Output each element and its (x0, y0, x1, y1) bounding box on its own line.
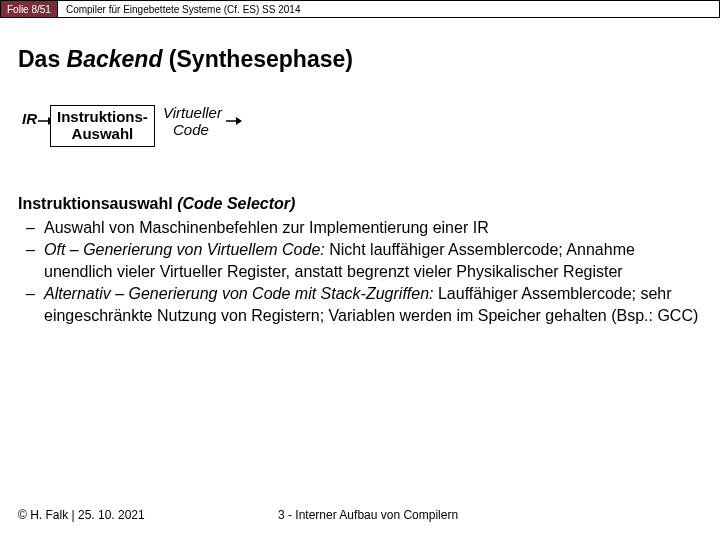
title-suffix: (Synthesephase) (162, 46, 352, 72)
instruction-selection-box: Instruktions- Auswahl (50, 105, 155, 147)
slide-body: Instruktionsauswahl (Code Selector) Ausw… (18, 193, 702, 327)
ir-label: IR (22, 110, 37, 127)
virtual-code-label: Virtueller Code (163, 105, 222, 138)
vcode-line2: Code (163, 122, 222, 139)
page-number: Folie 8/51 (0, 0, 58, 18)
item-text: Auswahl von Maschinenbefehlen zur Implem… (44, 219, 489, 236)
list-item: Alternativ – Generierung von Code mit St… (18, 283, 702, 326)
section-heading: Instruktionsauswahl (Code Selector) (18, 193, 702, 215)
svg-marker-3 (236, 117, 242, 125)
box-line1: Instruktions- (57, 108, 148, 125)
slide-footer: © H. Falk | 25. 10. 2021 3 - Interner Au… (18, 508, 702, 522)
pipeline-diagram: IR Instruktions- Auswahl Virtueller Code (18, 105, 720, 153)
item-em: Alternativ – Generierung von Code mit St… (44, 285, 438, 302)
vcode-line1: Virtueller (163, 105, 222, 122)
course-title: Compiler für Eingebettete Systeme (Cf. E… (58, 0, 720, 18)
footer-left: © H. Falk | 25. 10. 2021 (18, 508, 145, 522)
box-line2: Auswahl (57, 125, 148, 142)
list-item: Oft – Generierung von Virtuellem Code: N… (18, 239, 702, 282)
slide-title: Das Backend (Synthesephase) (18, 46, 720, 73)
list-item: Auswahl von Maschinenbefehlen zur Implem… (18, 217, 702, 239)
heading-em: (Code Selector) (177, 195, 295, 212)
bullet-list: Auswahl von Maschinenbefehlen zur Implem… (18, 217, 702, 327)
title-prefix: Das (18, 46, 67, 72)
slide-header: Folie 8/51 Compiler für Eingebettete Sys… (0, 0, 720, 18)
heading-plain: Instruktionsauswahl (18, 195, 177, 212)
title-emph: Backend (67, 46, 163, 72)
arrow-icon (226, 115, 242, 127)
footer-right: 3 - Interner Aufbau von Compilern (278, 508, 458, 522)
item-em: Oft – Generierung von Virtuellem Code: (44, 241, 329, 258)
